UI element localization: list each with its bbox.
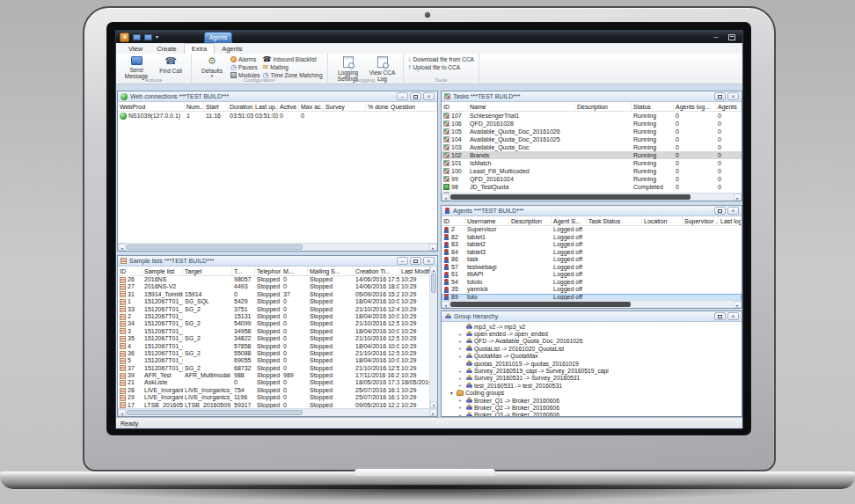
column-header[interactable]: Agents log... <box>674 102 716 111</box>
scroll-right-icon[interactable]: ▸ <box>429 409 437 416</box>
defaults-button[interactable]: ⚙ Defaults ▾ <box>196 55 228 78</box>
sample-lists-vscrollbar[interactable]: ▴ ▾ <box>429 266 437 408</box>
column-header[interactable]: Target <box>183 267 232 275</box>
scroll-right-icon[interactable]: ▸ <box>429 244 437 251</box>
column-header[interactable]: Max ac... <box>299 102 324 111</box>
upload-file-button[interactable]: ↑ Upload file to CCA <box>408 64 474 70</box>
agents-title-bar[interactable]: Agents ***TEST BUILD*** × <box>442 206 742 216</box>
panel-close-button[interactable]: × <box>423 92 435 100</box>
chevron-right-icon[interactable]: ▸ <box>457 413 464 416</box>
table-row[interactable]: 35yannickLogged off <box>442 286 742 294</box>
download-file-button[interactable]: ↓ Download file from CCA <box>408 56 474 62</box>
scroll-right-icon[interactable]: ▸ <box>734 194 742 201</box>
quick-access-caret-icon[interactable]: ▾ <box>156 34 158 40</box>
column-header[interactable]: Description <box>509 216 552 225</box>
panel-minimize-button[interactable]: – <box>397 92 408 100</box>
find-call-mini-icon[interactable] <box>144 34 152 40</box>
table-row[interactable]: 31512067T01_35_4...34958Stopped0Stopped1… <box>118 328 437 335</box>
column-header[interactable]: Active <box>278 102 299 111</box>
chevron-right-icon[interactable]: ▸ <box>457 332 464 337</box>
panel-maximize-button[interactable] <box>714 312 726 320</box>
column-header[interactable]: ID <box>442 102 468 111</box>
scroll-left-icon[interactable]: ◂ <box>118 409 126 416</box>
column-header[interactable]: ID <box>442 216 465 225</box>
table-row[interactable]: 51512067T01_60_7...69055Stopped0Stopped1… <box>118 357 437 364</box>
tab-create[interactable]: Create <box>150 44 184 54</box>
scrollbar-thumb[interactable] <box>450 302 631 307</box>
chevron-right-icon[interactable]: ▸ <box>457 405 464 410</box>
scroll-left-icon[interactable]: ◂ <box>118 244 126 251</box>
table-row[interactable]: 89totoLogged off <box>442 294 742 301</box>
scroll-left-icon[interactable]: ◂ <box>442 194 449 201</box>
scrollbar-thumb[interactable] <box>127 410 303 415</box>
table-row[interactable]: 2SupervisorLogged off <box>442 226 742 234</box>
column-header[interactable]: Num... <box>185 102 204 111</box>
agents-hscrollbar[interactable]: ◂ ▸ <box>442 300 742 308</box>
table-row[interactable]: 86taskLogged off <box>442 256 742 264</box>
column-header[interactable]: Creation Ti... <box>354 267 399 275</box>
panel-maximize-button[interactable] <box>714 92 726 100</box>
tree-item[interactable]: ▾Coding groups <box>442 390 742 397</box>
minimize-button[interactable]: – <box>711 33 721 41</box>
chevron-right-icon[interactable]: ▸ <box>457 369 464 374</box>
table-row[interactable]: 57testwebagiLogged off <box>442 264 742 272</box>
table-row[interactable]: 29LIVE_Inorganics_...LIVE_Inorganics_...… <box>118 394 437 401</box>
panel-close-button[interactable]: × <box>727 92 739 100</box>
column-header[interactable]: Status <box>632 102 674 111</box>
chevron-right-icon[interactable]: ▸ <box>457 383 464 388</box>
table-row[interactable]: 341512067T01_25_3...SG_254099Stopped0Sto… <box>118 320 437 327</box>
tree-item[interactable]: ▸QuotaMax -> QuotaMax <box>442 353 742 360</box>
panel-maximize-button[interactable] <box>714 207 726 215</box>
scroll-up-icon[interactable]: ▴ <box>430 266 437 273</box>
table-row[interactable]: 351512067T01_35_4...SG_234822Stopped0Sto… <box>118 335 437 342</box>
tasks-hscrollbar[interactable]: ◂ ▸ <box>442 193 742 201</box>
column-header[interactable]: ID <box>118 267 142 275</box>
alarms-button[interactable]: Alarms <box>230 56 260 62</box>
tree-item[interactable]: ▸QuotaList -> 20161020_QuotaList <box>442 345 742 352</box>
panel-maximize-button[interactable] <box>410 92 421 100</box>
web-connections-title-bar[interactable]: Web connections ***TEST BUILD*** – × <box>118 91 437 102</box>
tree-item[interactable]: quotas_20161019 -> quotas_20161019 <box>442 360 742 367</box>
column-header[interactable]: Agent S... <box>552 216 587 225</box>
table-row[interactable]: 41512067T01_45_5...57858Stopped0Stopped1… <box>118 343 437 350</box>
column-header[interactable]: M... <box>281 267 308 275</box>
table-row[interactable]: 11512067T01_18_2...SG_SQL5429Stopped0Sto… <box>118 298 437 305</box>
chevron-down-icon[interactable]: ▾ <box>449 391 455 396</box>
column-header[interactable]: Task Status <box>587 216 642 225</box>
scroll-right-icon[interactable]: ▸ <box>734 301 742 308</box>
scrollbar-thumb[interactable] <box>450 194 691 200</box>
column-header[interactable]: WebProd <box>118 102 185 111</box>
table-row[interactable]: 100Least_Fill_MulticodedRunning00 <box>442 167 742 175</box>
table-row[interactable]: 82tablet1Logged off <box>442 234 742 242</box>
table-row[interactable]: 102BrandsRunning00 <box>442 151 742 159</box>
table-row[interactable]: 103Available_Quota_DocRunning00 <box>442 143 742 151</box>
tab-agents[interactable]: Agents <box>215 44 249 54</box>
group-hierarchy-title-bar[interactable]: Group hierarchy × <box>442 311 742 322</box>
scroll-left-icon[interactable]: ◂ <box>442 301 449 308</box>
scrollbar-thumb[interactable] <box>127 245 303 250</box>
tree-item[interactable]: ▸Broker_Q2 -> Broker_20160606 <box>442 404 742 411</box>
send-message-button[interactable]: Send Message <box>121 55 152 79</box>
table-row[interactable]: NS1039(127.0.0.1)111:1603:51:0303:51:030… <box>118 112 437 120</box>
column-header[interactable]: Description <box>575 102 632 111</box>
table-row[interactable]: 84tablet3Logged off <box>442 249 742 257</box>
panel-close-button[interactable]: × <box>727 312 739 320</box>
tab-view[interactable]: View <box>121 44 150 54</box>
table-row[interactable]: 262016NS98057Stopped0Stopped14/06/2016 1… <box>118 276 437 283</box>
table-row[interactable]: 331512067T01_18_2...SG_23751Stopped0Stop… <box>118 306 437 313</box>
table-row[interactable]: 28LIVE_Inorganics_...LIVE_Inorganics_...… <box>118 387 437 394</box>
column-header[interactable]: % done <box>366 102 389 111</box>
table-row[interactable]: 99QFD_20161024Running00 <box>442 175 742 183</box>
tree-item[interactable]: ▸Survey_20160531 -> Survey_20160531 <box>442 375 742 382</box>
table-row[interactable]: 83tablet2Logged off <box>442 241 742 249</box>
tab-extra[interactable]: Extra <box>184 43 216 54</box>
mailing-button[interactable]: ✉ Mailing <box>263 64 323 70</box>
column-header[interactable]: T... <box>232 267 255 275</box>
table-row[interactable]: 101IsMatchRunning00 <box>442 159 742 167</box>
column-header[interactable]: Sample list <box>142 267 183 275</box>
tree-item[interactable]: ▸Broker_Q3 -> Broker_20160606 <box>442 412 742 416</box>
web-connections-hscrollbar[interactable]: ◂ ▸ <box>118 243 437 251</box>
table-row[interactable]: 3115914_Toimittaja...159140Stopped37Stop… <box>118 291 437 298</box>
chevron-right-icon[interactable]: ▸ <box>457 376 464 381</box>
column-header[interactable]: Agents <box>716 102 742 111</box>
